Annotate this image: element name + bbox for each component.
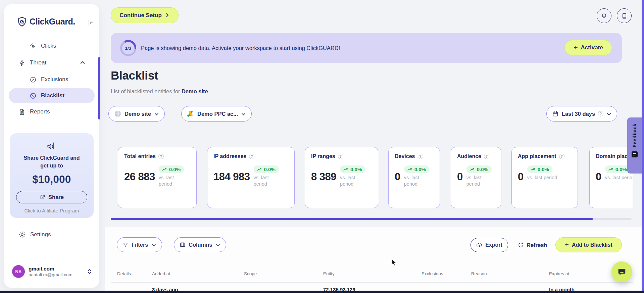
col-entity[interactable]: Entity xyxy=(323,271,422,276)
table-panel xyxy=(105,227,642,291)
help-icon[interactable]: ? xyxy=(158,154,164,159)
stat-vs-label: vs. last period xyxy=(254,175,278,187)
columns-icon xyxy=(180,242,186,248)
brand-logo[interactable]: ClickGuard. xyxy=(17,17,75,27)
sidebar-item-clicks[interactable]: Clicks xyxy=(4,38,99,54)
stat-label: Total entries xyxy=(124,153,156,159)
bell-icon xyxy=(601,12,607,19)
table-header-row: Details Added at Scope Entity Exclusions… xyxy=(117,271,606,276)
docs-button[interactable] xyxy=(617,8,632,23)
banner-message: Page is showing demo data. Activate your… xyxy=(141,33,340,63)
add-to-blacklist-button[interactable]: + Add to Blacklist xyxy=(555,237,622,252)
chevron-down-icon xyxy=(215,242,220,247)
google-ads-icon xyxy=(187,110,194,117)
stat-value: 8 389 xyxy=(311,171,336,183)
stat-value: 0 xyxy=(518,171,524,183)
date-range-selector[interactable]: Last 30 days ? xyxy=(546,106,617,121)
notifications-button[interactable] xyxy=(597,8,611,23)
filters-label: Filters xyxy=(132,242,148,248)
sidebar-item-threat[interactable]: Threat xyxy=(4,54,99,71)
trend-badge: 0.0% xyxy=(466,165,492,173)
subtitle-site-name: Demo site xyxy=(182,88,208,94)
filters-dropdown[interactable]: Filters xyxy=(117,237,162,252)
trending-up-icon xyxy=(608,167,613,172)
stat-value: 0 xyxy=(395,171,400,183)
col-exclusions[interactable]: Exclusions xyxy=(422,271,471,276)
promo-amount: $10,000 xyxy=(10,174,94,186)
page-title: Blacklist xyxy=(111,69,158,82)
columns-label: Columns xyxy=(189,242,212,248)
sidebar-item-reports[interactable]: Reports xyxy=(4,103,99,120)
feedback-label: Feedback xyxy=(632,124,637,148)
help-icon[interactable]: ? xyxy=(559,154,564,159)
col-expires-at[interactable]: Expires at xyxy=(549,271,606,276)
sidebar-collapse-icon[interactable] xyxy=(87,19,95,28)
user-info: gmail.com naatali.ro@gmail.com xyxy=(29,266,72,277)
chevron-right-icon xyxy=(165,13,170,18)
col-reason[interactable]: Reason xyxy=(471,271,549,276)
trending-up-icon xyxy=(343,167,348,172)
help-icon: ? xyxy=(598,111,603,116)
sidebar-nav: Clicks Threat Exclusions xyxy=(4,38,99,120)
globe-icon xyxy=(114,110,121,117)
site-selector[interactable]: Demo site xyxy=(108,106,165,121)
lightning-icon xyxy=(18,59,26,66)
demo-data-banner: 1/3 Page is showing demo data. Activate … xyxy=(111,33,622,63)
chevron-down-icon xyxy=(241,111,246,116)
share-button[interactable]: Share xyxy=(16,191,87,203)
external-link-icon xyxy=(40,194,45,200)
chat-launcher-button[interactable] xyxy=(611,261,632,282)
stat-cards-row: Total entries ? 26 883 0.0% vs. last per… xyxy=(111,147,633,209)
stat-value: 0 xyxy=(596,171,601,183)
stat-vs-label: vs. last period xyxy=(527,175,557,181)
trend-badge: 0.0% xyxy=(340,165,365,173)
help-icon[interactable]: ? xyxy=(338,154,343,159)
chevron-down-icon xyxy=(606,111,611,116)
calendar-icon xyxy=(552,110,559,117)
trend-badge: 0.0% xyxy=(404,165,429,173)
feedback-tab[interactable]: Feedback xyxy=(627,117,642,174)
setup-progress-text: 1/3 xyxy=(122,42,135,54)
stat-card-ip-addresses: IP addresses ? 184 983 0.0% vs. last per… xyxy=(207,147,295,208)
sidebar-item-label: Reports xyxy=(30,108,50,115)
help-icon[interactable]: ? xyxy=(418,154,423,159)
sidebar: ClickGuard. Clicks Threat xyxy=(4,4,99,288)
columns-dropdown[interactable]: Columns xyxy=(174,237,226,252)
badge-check-icon xyxy=(30,76,37,83)
avatar: NA xyxy=(12,265,25,278)
stat-label: IP addresses xyxy=(213,153,246,159)
continue-setup-button[interactable]: Continue Setup xyxy=(111,7,179,23)
sidebar-item-settings[interactable]: Settings xyxy=(18,231,51,238)
stat-label: App placement xyxy=(518,153,556,159)
activate-button[interactable]: + Activate xyxy=(564,40,612,55)
sidebar-item-blacklist[interactable]: Blacklist xyxy=(9,88,95,103)
trending-up-icon xyxy=(531,167,536,172)
sidebar-item-label: Threat xyxy=(30,59,46,66)
export-button[interactable]: Export xyxy=(470,238,508,252)
report-document-icon xyxy=(18,108,26,115)
refresh-button[interactable]: Refresh xyxy=(518,238,547,252)
funnel-icon xyxy=(122,242,129,248)
feedback-widget-icon xyxy=(631,151,638,158)
help-icon[interactable]: ? xyxy=(484,154,489,159)
chevron-up-icon[interactable] xyxy=(80,60,85,65)
ppc-account-selector[interactable]: Demo PPC ac... xyxy=(181,106,252,121)
book-icon xyxy=(621,13,628,19)
trend-badge: 0.0% xyxy=(527,165,552,173)
col-added-at[interactable]: Added at xyxy=(152,271,244,276)
col-scope[interactable]: Scope xyxy=(244,271,323,276)
stat-vs-label: vs. last period xyxy=(605,175,633,181)
sidebar-item-exclusions[interactable]: Exclusions xyxy=(4,71,99,88)
page-scrollbar[interactable] xyxy=(642,0,644,291)
shield-logo-icon xyxy=(17,17,27,27)
date-range-value: Last 30 days xyxy=(562,111,595,117)
cards-scrollbar-thumb[interactable] xyxy=(111,218,593,220)
col-details[interactable]: Details xyxy=(117,271,152,276)
help-icon[interactable]: ? xyxy=(249,154,254,159)
page-subtitle: List of blacklisted entities for Demo si… xyxy=(111,88,208,95)
workspace-switcher[interactable]: NA gmail.com naatali.ro@gmail.com xyxy=(12,265,92,278)
stat-vs-label: vs. last period xyxy=(340,175,364,187)
plus-icon: + xyxy=(574,44,578,52)
affiliate-promo-card[interactable]: Share ClickGuard and get up to $10,000 S… xyxy=(10,133,94,218)
sidebar-scrollbar[interactable] xyxy=(98,57,100,119)
